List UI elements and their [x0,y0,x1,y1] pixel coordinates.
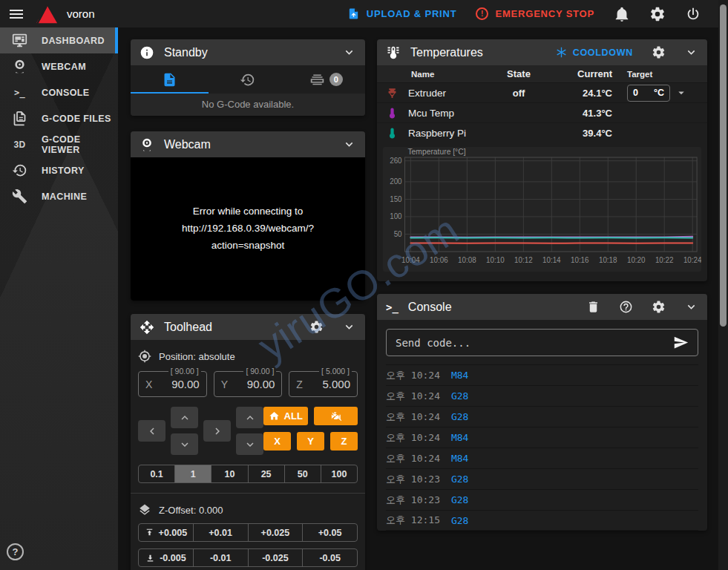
collapse-chevron-icon[interactable] [684,45,698,59]
main-content: Standby 0 No [118,27,715,570]
power-icon[interactable] [685,6,701,22]
jog-y-plus-button[interactable] [171,407,198,428]
toolhead-panel-header[interactable]: Toolhead [131,314,365,340]
step-50-button[interactable]: 50 [284,465,321,482]
step-1-button[interactable]: 1 [174,465,211,482]
home-y-button[interactable]: Y [297,432,324,451]
console-entry[interactable]: 오후 10:23G28 [386,489,698,510]
step-0.1-button[interactable]: 0.1 [139,465,174,482]
crosshairs-icon [138,350,151,363]
home-z-button[interactable]: Z [330,432,358,451]
zoffset-up-0.01-button[interactable]: +0.01 [193,524,248,541]
sidebar-item-machine[interactable]: MACHINE [0,183,118,209]
webcam-error-line1: Error while connecting to http://192.168… [148,203,347,238]
sidebar-item-console[interactable]: >_ CONSOLE [0,79,118,105]
console-entry[interactable]: 오후 10:24M84 [386,364,698,385]
collapse-chevron-icon[interactable] [684,300,698,314]
zoffset-down-0.01-button[interactable]: -0.01 [193,549,248,566]
jog-x-plus-button[interactable] [203,420,231,442]
x-limit-label: [ 90.00 ] [168,367,201,376]
svg-text:10:10: 10:10 [486,256,505,264]
temperatures-panel: Temperatures COOLDOWN N [377,39,707,281]
settings-gears-icon[interactable] [649,6,666,22]
jog-z-minus-button[interactable] [236,433,263,455]
brand-name: voron [67,7,95,20]
console-entry[interactable]: 오후 12:15G28 [386,510,698,531]
axis-inputs: [ 90.00 ] X 90.00 [ 90.00 ] Y 90.00 [ 5.… [138,371,358,397]
cooldown-button[interactable]: COOLDOWN [555,46,633,59]
zoffset-down-0.05-button[interactable]: -0.05 [302,549,357,566]
sidebar-item-gcode-viewer[interactable]: 3D G-CODE VIEWER [0,131,118,157]
sidebar-item-webcam[interactable]: WEBCAM [0,53,118,79]
jog-y-minus-button[interactable] [171,433,198,455]
page-scrollbar[interactable] [718,0,728,570]
collapse-chevron-icon[interactable] [342,137,356,151]
motors-off-button[interactable] [314,407,358,425]
trash-icon[interactable] [586,300,600,314]
tab-gcode-file[interactable] [131,65,209,94]
sidebar-item-dashboard[interactable]: DASHBOARD [0,27,118,53]
queue-count-badge: 0 [329,73,343,86]
console-entry[interactable]: 오후 10:24M84 [386,448,698,468]
console-entry[interactable]: 오후 10:24G28 [386,385,698,406]
webcam-panel-header[interactable]: Webcam [131,131,365,157]
zoffset-up-0.05-button[interactable]: +0.05 [302,524,357,541]
step-10-button[interactable]: 10 [211,465,247,482]
jog-z-plus-button[interactable] [236,407,263,428]
sidebar-item-gcode-files[interactable]: G-CODE FILES [0,105,118,131]
z-position-field[interactable]: [ 5.000 ] Z 5.000 [289,371,358,397]
zoffset-up-0.005-button[interactable]: +0.005 [139,524,193,541]
sidebar: DASHBOARD WEBCAM >_ CONSOLE G-CODE FILES… [0,27,118,570]
x-axis-label: X [145,379,152,390]
home-all-button[interactable]: ALL [263,407,308,425]
console-icon: >_ [12,88,27,98]
zoffset-up-0.025-button[interactable]: +0.025 [248,524,303,541]
scrollbar-thumb[interactable] [720,4,727,327]
gear-icon[interactable] [652,45,666,59]
menu-icon[interactable] [0,0,33,27]
zoffset-row: Z-Offset: 0.000 [138,503,358,517]
gear-icon[interactable] [309,320,324,334]
jog-x-minus-button[interactable] [138,420,165,442]
console-entry[interactable]: 오후 10:24G28 [386,406,698,427]
chevron-down-icon [243,438,257,451]
emergency-stop-button[interactable]: ! EMERGENCY STOP [476,7,594,20]
collapse-chevron-icon[interactable] [342,320,356,334]
toolhead-body: Position: absolute [ 90.00 ] X 90.00 [ 9… [131,340,365,570]
send-icon[interactable] [673,335,689,350]
temperatures-panel-header[interactable]: Temperatures COOLDOWN [377,39,707,65]
zoffset-down-0.025-button[interactable]: -0.025 [248,549,303,566]
console-entry[interactable]: 오후 10:23G28 [386,468,698,489]
upload-print-label: UPLOAD & PRINT [367,8,457,19]
console-entry[interactable]: 오후 10:24M84 [386,427,698,448]
target-dropdown-caret-icon[interactable] [675,86,688,99]
status-panel-header[interactable]: Standby [131,39,365,65]
step-25-button[interactable]: 25 [248,465,284,482]
heater-current: 24.1°C [547,88,612,99]
sidebar-label: MACHINE [42,191,87,202]
tab-history[interactable] [209,65,286,94]
svg-text:10:14: 10:14 [542,256,561,264]
x-position-field[interactable]: [ 90.00 ] X 90.00 [138,371,207,397]
tab-queue[interactable]: 0 [287,65,365,94]
help-button[interactable]: ? [7,543,24,560]
console-input[interactable] [396,337,666,349]
collapse-chevron-icon[interactable] [342,45,356,59]
sidebar-item-history[interactable]: HISTORY [0,157,118,183]
notifications-bell-icon[interactable] [614,6,630,22]
zoffset-label: Z-Offset: 0.000 [159,505,223,516]
step-100-button[interactable]: 100 [321,465,357,482]
upload-print-button[interactable]: UPLOAD & PRINT [347,7,457,20]
temperatures-table: Name State Current Target Extruder off 2… [377,65,707,142]
gear-icon[interactable] [652,300,666,314]
home-x-button[interactable]: X [263,432,291,451]
zoffset-down-0.005-button[interactable]: -0.005 [139,549,193,566]
brand[interactable]: voron [36,4,95,24]
console-panel-header[interactable]: >_ Console [377,294,707,320]
table-row-raspberry-pi: Raspberry Pi 39.4°C [377,122,707,142]
svg-text:10:20: 10:20 [627,256,646,264]
help-icon[interactable] [619,300,633,314]
svg-text:Temperature [°C]: Temperature [°C] [407,148,465,156]
y-position-field[interactable]: [ 90.00 ] Y 90.00 [214,371,283,397]
target-temp-input[interactable]: 0 °C [627,85,670,102]
